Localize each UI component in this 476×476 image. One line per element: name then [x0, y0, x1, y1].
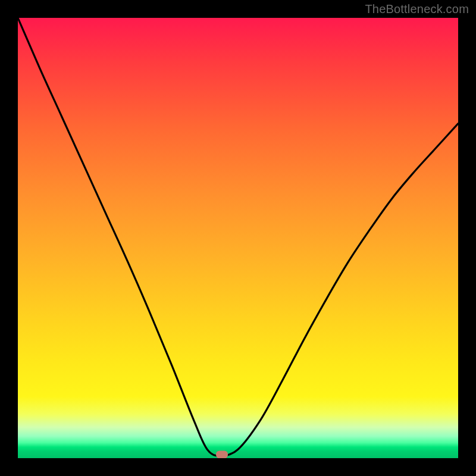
plot-area [18, 18, 458, 458]
optimum-marker [216, 451, 228, 458]
bottleneck-curve [18, 18, 458, 458]
watermark-text: TheBottleneck.com [365, 2, 469, 16]
chart-frame: TheBottleneck.com [0, 0, 476, 476]
